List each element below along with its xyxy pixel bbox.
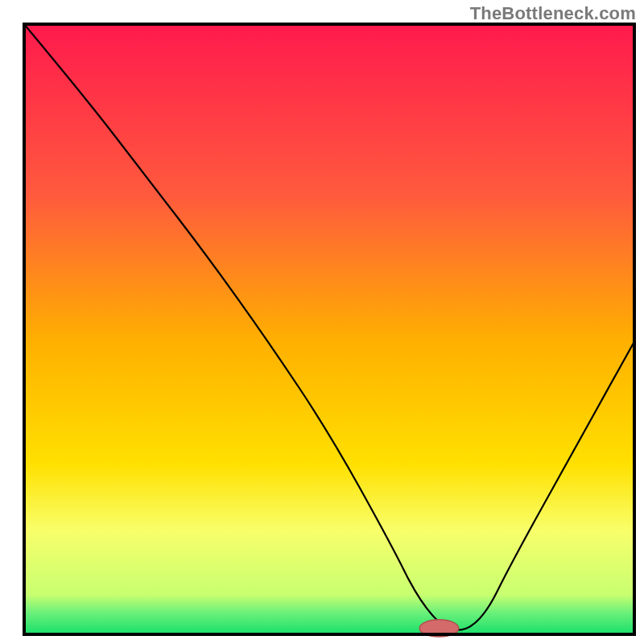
bottleneck-chart: [0, 0, 644, 644]
chart-container: TheBottleneck.com: [0, 0, 644, 644]
plot-background: [24, 24, 634, 634]
